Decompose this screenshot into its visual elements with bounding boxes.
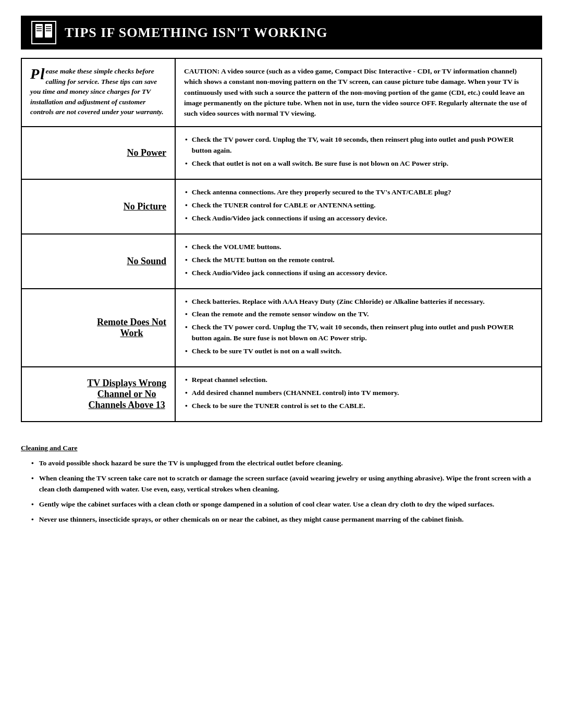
tip-item: Check the MUTE button on the remote cont… [185, 255, 532, 266]
intro-row: Please make these simple checks before c… [22, 59, 541, 127]
tip-item: Check Audio/Video jack connections if us… [185, 268, 532, 279]
tip-item: Check the TV power cord. Unplug the TV, … [185, 134, 532, 156]
title-text: Tips If Something Isn't Working [65, 25, 327, 40]
label-cell-0: No Power [22, 127, 176, 179]
tips-cell-1: Check antenna connections. Are they prop… [176, 180, 541, 233]
label-text-1: No Picture [124, 201, 166, 212]
trouble-row-4: TV Displays WrongChannel or NoChannels A… [22, 367, 541, 421]
trouble-row-0: No PowerCheck the TV power cord. Unplug … [22, 127, 541, 180]
page-header: Tips If Something Isn't Working [21, 16, 542, 50]
label-cell-2: No Sound [22, 235, 176, 288]
tip-item: Check Audio/Video jack connections if us… [185, 213, 532, 224]
tips-list-4: Repeat channel selection.Add desired cha… [185, 375, 532, 412]
cleaning-section: Cleaning and Care To avoid possible shoc… [21, 438, 542, 525]
tip-item: Check that outlet is not on a wall switc… [185, 158, 532, 169]
cleaning-list: To avoid possible shock hazard be sure t… [21, 458, 542, 525]
intro-text: Please make these simple checks before c… [30, 66, 166, 117]
label-text-2: No Sound [127, 256, 166, 267]
trouble-row-1: No PictureCheck antenna connections. Are… [22, 180, 541, 235]
book-icon [31, 21, 56, 44]
tips-cell-0: Check the TV power cord. Unplug the TV, … [176, 127, 541, 179]
tip-item: Check the TV power cord. Unplug the TV, … [185, 322, 532, 344]
tips-list-1: Check antenna connections. Are they prop… [185, 187, 532, 224]
tips-list-0: Check the TV power cord. Unplug the TV, … [185, 134, 532, 169]
tip-item: Repeat channel selection. [185, 375, 532, 386]
tips-list-3: Check batteries. Replace with AAA Heavy … [185, 297, 532, 357]
label-text-4: TV Displays WrongChannel or NoChannels A… [87, 378, 166, 411]
tips-cell-4: Repeat channel selection.Add desired cha… [176, 367, 541, 421]
cleaning-title: Cleaning and Care [21, 443, 542, 454]
caution-text: CAUTION: A video source (such as a video… [184, 66, 533, 119]
tip-item: Check the TUNER control for CABLE or ANT… [185, 200, 532, 211]
tip-item: Add desired channel numbers (CHANNEL con… [185, 388, 532, 399]
tips-list-2: Check the VOLUME buttons.Check the MUTE … [185, 242, 532, 279]
trouble-row-3: Remote Does NotWorkCheck batteries. Repl… [22, 289, 541, 368]
tips-cell-2: Check the VOLUME buttons.Check the MUTE … [176, 235, 541, 288]
tip-item: Clean the remote and the remote sensor w… [185, 309, 532, 320]
troubleshooting-rows: No PowerCheck the TV power cord. Unplug … [22, 127, 541, 421]
label-text-0: No Power [127, 147, 166, 158]
label-text-3: Remote Does NotWork [97, 317, 166, 339]
cleaning-tip-item: To avoid possible shock hazard be sure t… [31, 458, 542, 469]
main-table: Please make these simple checks before c… [21, 58, 542, 422]
cleaning-tip-item: When cleaning the TV screen take care no… [31, 473, 542, 495]
label-cell-1: No Picture [22, 180, 176, 233]
cleaning-tip-item: Gently wipe the cabinet surfaces with a … [31, 499, 542, 510]
page-title: Tips If Something Isn't Working [65, 25, 327, 41]
tip-item: Check antenna connections. Are they prop… [185, 187, 532, 198]
intro-cell: Please make these simple checks before c… [22, 59, 176, 126]
tip-item: Check batteries. Replace with AAA Heavy … [185, 297, 532, 307]
tip-item: Check to be sure the TUNER control is se… [185, 401, 532, 412]
trouble-row-2: No SoundCheck the VOLUME buttons.Check t… [22, 235, 541, 289]
cleaning-tip-item: Never use thinners, insecticide sprays, … [31, 514, 542, 525]
tips-cell-3: Check batteries. Replace with AAA Heavy … [176, 289, 541, 367]
caution-cell: CAUTION: A video source (such as a video… [176, 59, 541, 126]
label-cell-4: TV Displays WrongChannel or NoChannels A… [22, 367, 176, 421]
tip-item: Check the VOLUME buttons. [185, 242, 532, 253]
label-cell-3: Remote Does NotWork [22, 289, 176, 367]
svg-rect-2 [43, 24, 45, 38]
tip-item: Check to be sure TV outlet is not on a w… [185, 346, 532, 357]
